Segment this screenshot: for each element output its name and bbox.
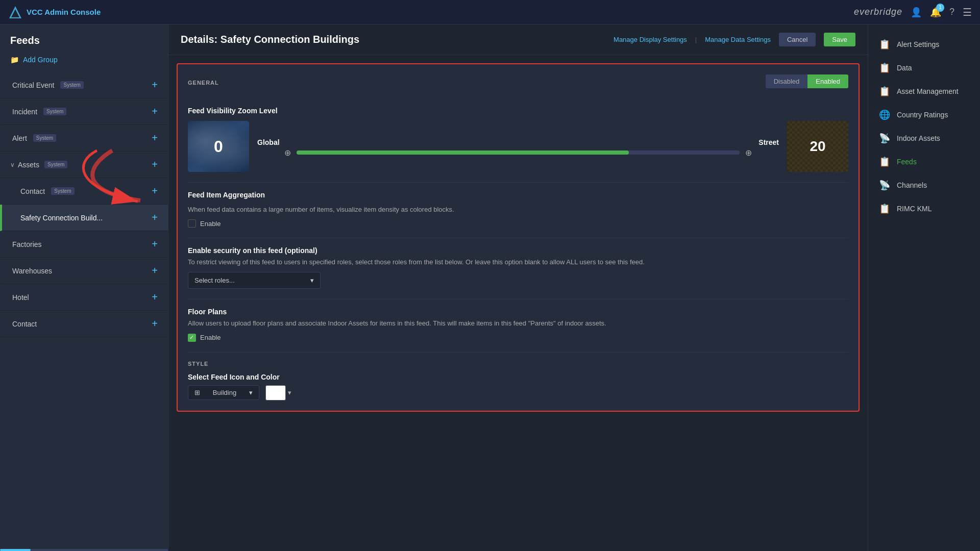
zoom-label-street: Street [758, 138, 779, 146]
right-nav-panel: 📋 Alert Settings 📋 Data 📋 Asset Manageme… [868, 24, 980, 551]
aggregation-desc: When feed data contains a large number o… [188, 205, 848, 214]
content-area: GENERAL Disabled Enabled Feed Visibility… [168, 55, 868, 551]
sidebar-item-warehouses[interactable]: Warehouses + [0, 258, 168, 284]
feeds-icon: 📋 [878, 156, 891, 167]
sidebar-item-name: Alert [12, 134, 27, 142]
chevron-down-icon: ▾ [310, 277, 314, 284]
add-item-icon[interactable]: + [152, 132, 158, 144]
style-row: ⊞ Building ▾ ▾ [188, 385, 848, 400]
add-item-icon[interactable]: + [152, 265, 158, 277]
aggregation-section: Feed Item Aggregation When feed data con… [188, 191, 848, 228]
add-item-icon[interactable]: + [152, 291, 158, 303]
roles-select[interactable]: Select roles... ▾ [188, 272, 321, 289]
data-icon: 📋 [878, 62, 891, 73]
layout: Feeds 📁 Add Group Critical Event System … [0, 0, 980, 551]
manage-data-link[interactable]: Manage Data Settings [705, 36, 771, 43]
sidebar-item-name: Safety Connection Build... [20, 214, 103, 222]
save-button[interactable]: Save [824, 33, 855, 46]
zoom-track-wrap: ⊕ ⊕ [297, 151, 740, 155]
icon-select[interactable]: ⊞ Building ▾ [188, 385, 259, 400]
sidebar-scrollbar[interactable] [0, 549, 168, 551]
sidebar-item-badge: System [33, 134, 56, 142]
sidebar-item-critical-event[interactable]: Critical Event System + [0, 72, 168, 98]
add-item-icon[interactable]: + [152, 79, 158, 91]
color-picker[interactable] [265, 385, 286, 400]
sidebar-item-safety-connection[interactable]: Safety Connection Build... + [0, 205, 168, 231]
color-picker-wrap: ▾ [265, 385, 291, 400]
zoom-container: 0 Global Street ⊕ ⊕ [188, 121, 848, 172]
group-badge: System [44, 161, 67, 168]
floor-checkbox[interactable] [188, 334, 196, 342]
sidebar-item-badge: System [43, 108, 66, 115]
right-nav-indoor-assets[interactable]: 📡 Indoor Assets [868, 127, 980, 150]
topbar-right: everbridge 👤 🔔 1 ? ☰ [854, 6, 972, 18]
building-icon: ⊞ [194, 389, 200, 396]
sidebar-group-assets[interactable]: ∨ Assets System + [0, 152, 168, 178]
style-section: STYLE Select Feed Icon and Color ⊞ Build… [188, 361, 848, 400]
enabled-toggle-group: Disabled Enabled [766, 74, 848, 88]
manage-display-link[interactable]: Manage Display Settings [614, 36, 687, 43]
help-icon[interactable]: ? [949, 7, 954, 17]
sidebar-item-alert[interactable]: Alert System + [0, 125, 168, 152]
security-desc: To restrict viewing of this feed to user… [188, 258, 848, 267]
asset-icon: 📋 [878, 86, 891, 97]
cancel-button[interactable]: Cancel [779, 33, 816, 46]
zoom-track[interactable] [297, 151, 740, 155]
color-caret-icon: ▾ [288, 389, 291, 396]
zoom-street-number: 20 [810, 138, 825, 155]
right-nav-channels[interactable]: 📡 Channels [868, 173, 980, 197]
sidebar-item-name: Critical Event [12, 81, 54, 89]
disabled-toggle[interactable]: Disabled [766, 74, 808, 88]
sidebar-item-name: Contact [12, 320, 37, 328]
right-nav-asset-management[interactable]: 📋 Asset Management [868, 80, 980, 103]
add-item-icon[interactable]: + [152, 212, 158, 223]
globe-icon: 🌐 [878, 109, 891, 120]
sidebar-item-contact[interactable]: Contact System + [0, 178, 168, 205]
enabled-toggle[interactable]: Enabled [807, 74, 848, 88]
add-item-icon[interactable]: + [152, 185, 158, 197]
right-nav-alert-settings[interactable]: 📋 Alert Settings [868, 33, 980, 56]
user-icon[interactable]: 👤 [911, 7, 922, 18]
sidebar-title: Feeds [0, 24, 168, 52]
indoor-icon: 📡 [878, 133, 891, 144]
sidebar-item-hotel[interactable]: Hotel + [0, 284, 168, 311]
page-header: Details: Safety Connection Buildings Man… [168, 24, 868, 55]
add-item-icon[interactable]: + [152, 106, 158, 117]
page-title: Details: Safety Connection Buildings [181, 34, 359, 45]
aggregation-title: Feed Item Aggregation [188, 191, 848, 199]
zoom-fill [297, 151, 629, 155]
add-group-item-icon[interactable]: + [152, 159, 158, 170]
app-logo: VCC Admin Console [8, 5, 101, 19]
sidebar-item-incident[interactable]: Incident System + [0, 98, 168, 125]
divider-2 [188, 238, 848, 238]
notification-bell[interactable]: 🔔 1 [930, 7, 941, 18]
app-title: VCC Admin Console [27, 8, 101, 16]
zoom-map-global: 0 [188, 121, 249, 172]
floor-desc: Allow users to upload floor plans and as… [188, 319, 848, 328]
security-title: Enable security on this feed (optional) [188, 246, 848, 255]
right-nav-data[interactable]: 📋 Data [868, 56, 980, 80]
zoom-section-title: Feed Visibility Zoom Level [188, 107, 848, 115]
sidebar-item-badge: System [60, 81, 83, 89]
sidebar-item-badge: System [51, 187, 74, 195]
brand-logo: everbridge [854, 7, 902, 17]
add-item-icon[interactable]: + [152, 238, 158, 250]
aggregation-checkbox[interactable] [188, 219, 196, 228]
scroll-thumb [0, 549, 31, 551]
sidebar-item-name: Contact [20, 187, 45, 195]
floor-enable-label: Enable [200, 334, 220, 341]
aggregation-enable-row: Enable [188, 219, 848, 228]
right-nav-rimc-kml[interactable]: 📋 RIMC KML [868, 197, 980, 220]
hamburger-menu[interactable]: ☰ [963, 6, 972, 18]
sidebar-item-contact-2[interactable]: Contact + [0, 311, 168, 337]
right-nav-feeds[interactable]: 📋 Feeds [868, 150, 980, 173]
right-nav-country-ratings[interactable]: 🌐 Country Ratings [868, 103, 980, 127]
sidebar-item-factories[interactable]: Factories + [0, 231, 168, 258]
add-item-icon[interactable]: + [152, 318, 158, 330]
add-group-label: Add Group [23, 56, 58, 64]
group-name: Assets [18, 161, 39, 169]
roles-placeholder: Select roles... [194, 277, 235, 284]
notification-count: 1 [936, 4, 944, 12]
icon-label: Building [213, 389, 236, 396]
add-group-button[interactable]: 📁 Add Group [0, 52, 168, 72]
